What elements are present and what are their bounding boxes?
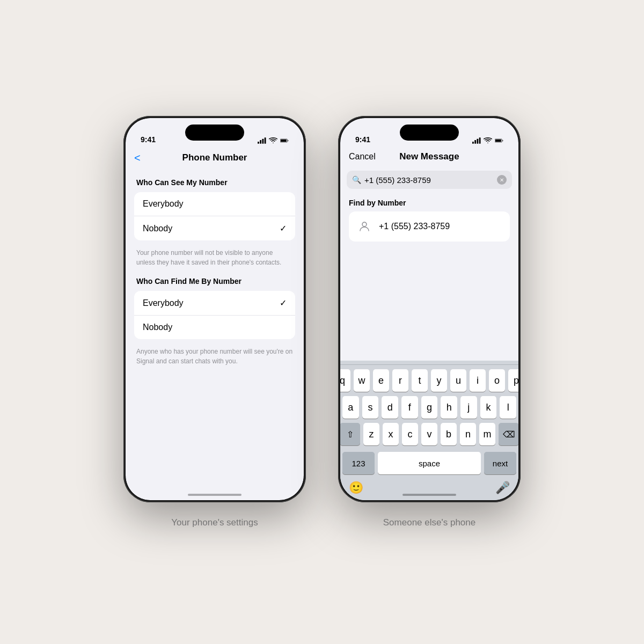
back-button[interactable]: < <box>134 152 141 164</box>
key-m[interactable]: m <box>479 423 495 445</box>
key-h[interactable]: h <box>441 396 457 419</box>
key-k[interactable]: k <box>480 396 497 419</box>
new-message-title: New Message <box>399 151 459 162</box>
cancel-button[interactable]: Cancel <box>349 152 376 162</box>
nobody-row-2[interactable]: Nobody <box>134 316 295 339</box>
key-i[interactable]: i <box>470 369 486 392</box>
key-g[interactable]: g <box>421 396 438 419</box>
find-section: Find by Number +1 (555) 233-8759 <box>340 193 518 245</box>
key-u[interactable]: u <box>450 369 466 392</box>
svg-rect-12 <box>495 140 501 142</box>
key-d[interactable]: d <box>382 396 398 419</box>
next-key[interactable]: next <box>484 452 516 474</box>
search-bar[interactable]: 🔍 +1 (555) 233-8759 ✕ <box>347 171 512 189</box>
key-r[interactable]: r <box>392 369 408 392</box>
right-screen: 9:41 <box>340 118 518 500</box>
nobody-label-2: Nobody <box>143 323 172 332</box>
num-key[interactable]: 123 <box>342 452 375 474</box>
search-input[interactable]: +1 (555) 233-8759 <box>364 175 494 185</box>
search-clear-button[interactable]: ✕ <box>497 175 507 185</box>
key-f[interactable]: f <box>401 396 418 419</box>
svg-rect-0 <box>258 142 259 144</box>
right-phone-wrapper: 9:41 <box>338 116 521 528</box>
key-t[interactable]: t <box>412 369 428 392</box>
key-a[interactable]: a <box>342 396 359 419</box>
key-c[interactable]: c <box>402 423 418 445</box>
keyboard-extra-row: 🙂 🎤 <box>340 479 518 500</box>
svg-rect-3 <box>265 137 266 143</box>
nobody-row-1[interactable]: Nobody ✓ <box>134 216 295 240</box>
key-y[interactable]: y <box>431 369 447 392</box>
key-p[interactable]: p <box>508 369 518 392</box>
mic-button[interactable]: 🎤 <box>495 481 510 495</box>
key-w[interactable]: w <box>354 369 370 392</box>
section1-note: Your phone number will not be visible to… <box>134 245 295 277</box>
right-phone-label: Someone else's phone <box>383 517 475 528</box>
right-content: Cancel New Message 🔍 +1 (555) 233-8759 ✕ <box>340 118 518 500</box>
scene: 9:41 <box>102 84 542 560</box>
emoji-button[interactable]: 🙂 <box>349 481 363 495</box>
result-card[interactable]: +1 (555) 233-8759 <box>349 211 510 241</box>
left-screen: 9:41 <box>126 118 304 500</box>
svg-rect-2 <box>262 139 264 144</box>
left-status-icons <box>258 137 289 144</box>
wifi-icon <box>269 137 277 144</box>
right-signal-bars-icon <box>472 137 481 144</box>
keyboard-bottom-row: 123 space next <box>340 452 518 479</box>
key-n[interactable]: n <box>460 423 476 445</box>
left-status-bar: 9:41 <box>126 118 304 147</box>
search-icon: 🔍 <box>352 175 361 184</box>
svg-rect-9 <box>477 139 478 144</box>
section2-header: Who Can Find Me By Number <box>134 277 295 291</box>
right-phone: 9:41 <box>338 116 521 502</box>
key-o[interactable]: o <box>489 369 505 392</box>
left-status-time: 9:41 <box>141 135 156 144</box>
keyboard-row-2: a s d f g h j k l <box>342 396 516 419</box>
key-l[interactable]: l <box>500 396 516 419</box>
right-status-bar: 9:41 <box>340 118 518 147</box>
settings-body: Who Can See My Number Everybody Nobody ✓ <box>126 167 304 386</box>
key-b[interactable]: b <box>441 423 457 445</box>
svg-point-14 <box>362 222 367 226</box>
empty-area <box>340 245 518 361</box>
left-nav-bar: < Phone Number <box>126 147 304 167</box>
right-wifi-icon <box>484 137 492 144</box>
right-dynamic-island <box>400 125 459 141</box>
everybody-row-2[interactable]: Everybody ✓ <box>134 291 295 316</box>
message-nav: Cancel New Message <box>340 147 518 166</box>
svg-rect-7 <box>472 142 474 144</box>
right-status-time: 9:41 <box>355 135 370 144</box>
keyboard-rows: q w e r t y u i o p <box>340 365 518 452</box>
key-j[interactable]: j <box>460 396 477 419</box>
everybody-checkmark-2: ✓ <box>280 298 287 308</box>
svg-rect-10 <box>479 137 481 143</box>
key-s[interactable]: s <box>362 396 379 419</box>
key-z[interactable]: z <box>363 423 379 445</box>
keyboard-row-1: q w e r t y u i o p <box>342 369 516 392</box>
left-nav-title: Phone Number <box>182 152 247 163</box>
everybody-label-1: Everybody <box>143 199 184 209</box>
shift-key[interactable]: ⇧ <box>340 423 360 445</box>
person-icon <box>356 218 372 235</box>
svg-rect-8 <box>474 140 476 144</box>
keyboard-row-3: ⇧ z x c v b n m ⌫ <box>342 423 516 445</box>
section1-header: Who Can See My Number <box>134 178 295 192</box>
section2-card: Everybody ✓ Nobody <box>134 291 295 339</box>
everybody-row-1[interactable]: Everybody <box>134 192 295 216</box>
key-e[interactable]: e <box>373 369 389 392</box>
space-key[interactable]: space <box>378 452 481 474</box>
left-phone-label: Your phone's settings <box>171 517 258 528</box>
right-home-indicator <box>402 494 456 496</box>
left-content: < Phone Number Who Can See My Number Eve… <box>126 118 304 500</box>
key-q[interactable]: q <box>340 369 350 392</box>
svg-rect-5 <box>281 140 287 142</box>
backspace-key[interactable]: ⌫ <box>499 423 518 445</box>
left-phone-wrapper: 9:41 <box>123 116 306 528</box>
keyboard-spacer <box>340 361 518 365</box>
left-home-indicator <box>188 494 241 496</box>
key-v[interactable]: v <box>421 423 437 445</box>
key-x[interactable]: x <box>383 423 399 445</box>
nobody-checkmark-1: ✓ <box>280 223 287 233</box>
nobody-label-1: Nobody <box>143 224 172 233</box>
keyboard: q w e r t y u i o p <box>340 361 518 500</box>
